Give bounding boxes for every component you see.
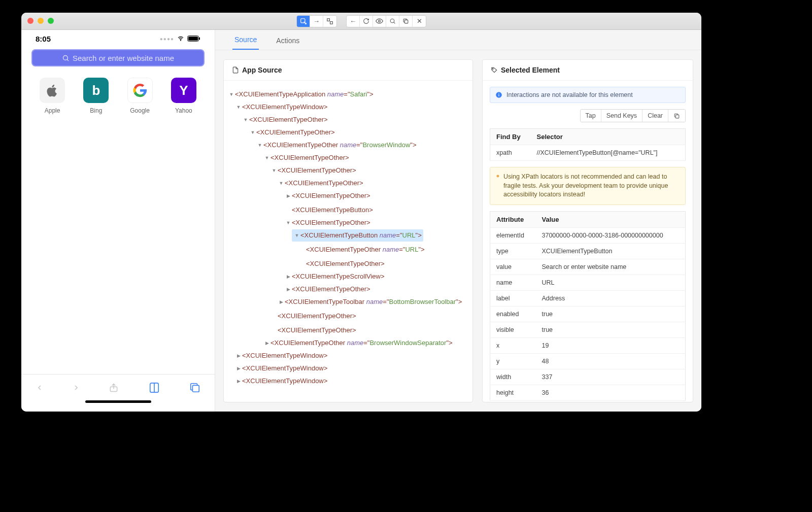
element-action-buttons: Tap Send Keys Clear: [580, 109, 686, 122]
chevron-right-icon[interactable]: ▶: [285, 283, 292, 295]
selected-element-title: Selected Element: [501, 66, 560, 74]
quit-session-icon[interactable]: ✕: [413, 16, 426, 27]
chevron-down-icon[interactable]: ▼: [270, 164, 278, 177]
tree-node[interactable]: ▶<XCUIElementTypeToolbar name="BottomBro…: [278, 296, 462, 308]
tree-node[interactable]: ▶<XCUIElementTypeScrollView>: [285, 270, 385, 283]
svg-point-10: [63, 55, 67, 60]
tree-node[interactable]: ▶<XCUIElementTypeOther name="BrowserWind…: [263, 337, 453, 349]
chevron-right-icon[interactable]: ▶: [235, 362, 242, 374]
search-icon[interactable]: [386, 16, 399, 27]
tree-node[interactable]: ▼<XCUIElementTypeOther>: [270, 164, 356, 177]
zoom-window-icon[interactable]: [48, 18, 54, 24]
eye-icon[interactable]: [373, 16, 386, 27]
selected-element-panel: Selected Element Interactions are not av…: [482, 59, 693, 402]
chevron-right-icon[interactable]: ▶: [235, 375, 242, 387]
attribute-row: width337: [490, 369, 686, 385]
phone-status-bar: 8:05 ●●●●: [21, 30, 215, 45]
copy-button[interactable]: [668, 110, 685, 122]
findby-row: xpath//XCUIElementTypeButton[@name="URL"…: [490, 145, 686, 161]
tree-node[interactable]: ▼<XCUIElementTypeWindow>: [235, 101, 327, 113]
tree-node[interactable]: ▶<XCUIElementTypeOther>: [285, 190, 370, 202]
safari-favorites: Apple b Bing Google: [21, 71, 215, 114]
clear-button[interactable]: Clear: [642, 110, 668, 122]
warning-icon: [496, 173, 499, 180]
tree-node[interactable]: ▼<XCUIElementTypeOther>: [242, 114, 328, 126]
tree-node[interactable]: ▼<XCUIElementTypeOther>: [263, 152, 349, 164]
appium-inspector-window: → ←: [21, 13, 701, 412]
tree-node[interactable]: <XCUIElementTypeOther>: [270, 310, 356, 322]
refresh-button[interactable]: [360, 16, 373, 27]
tree-node[interactable]: <XCUIElementTypeOther>: [270, 324, 356, 336]
tree-node[interactable]: ▼<XCUIElementTypeOther name="BrowserWind…: [256, 139, 417, 151]
chevron-down-icon[interactable]: ▼: [256, 139, 263, 151]
favorite-label: Apple: [45, 107, 60, 114]
svg-rect-8: [188, 37, 198, 41]
svg-rect-17: [675, 115, 679, 118]
chevron-down-icon[interactable]: ▼: [235, 101, 242, 113]
info-icon: [495, 91, 502, 98]
tree-node[interactable]: ▶<XCUIElementTypeWindow>: [235, 362, 327, 374]
chevron-right-icon[interactable]: ▶: [263, 337, 270, 349]
chevron-down-icon[interactable]: ▼: [242, 114, 249, 126]
attribute-row: valueSearch or enter website name: [490, 259, 686, 275]
close-window-icon[interactable]: [27, 18, 33, 24]
nav-back-icon[interactable]: [36, 382, 44, 393]
home-indicator: [21, 400, 215, 412]
tree-node[interactable]: <XCUIElementTypeOther name="URL">: [299, 244, 425, 256]
tabs-icon[interactable]: [189, 382, 200, 393]
attribute-row: typeXCUIElementTypeButton: [490, 243, 686, 259]
swipe-tool[interactable]: →: [310, 16, 323, 27]
tree-node[interactable]: <XCUIElementTypeOther>: [299, 258, 385, 270]
favorite-google[interactable]: Google: [122, 78, 158, 114]
back-button[interactable]: ←: [347, 16, 360, 27]
tree-node[interactable]: ▼<XCUIElementTypeOther>: [285, 217, 370, 229]
tree-node[interactable]: ▼<XCUIElementTypeButton name="URL">: [292, 229, 423, 242]
tree-node[interactable]: ▼<XCUIElementTypeApplication name="Safar…: [228, 88, 374, 100]
chevron-down-icon[interactable]: ▼: [228, 88, 235, 100]
share-icon[interactable]: [109, 382, 119, 394]
attribute-row: height36: [490, 385, 686, 400]
tab-actions[interactable]: Actions: [274, 37, 301, 50]
app-source-title: App Source: [242, 66, 282, 74]
send-keys-button[interactable]: Send Keys: [601, 110, 642, 122]
safari-url-placeholder: Search or enter website name: [73, 54, 174, 62]
tag-icon: [491, 66, 498, 74]
select-element-tool[interactable]: [297, 16, 310, 27]
app-source-panel: App Source ▼<XCUIElementTypeApplication …: [223, 59, 473, 402]
favorite-yahoo[interactable]: Y Yahoo: [166, 78, 201, 114]
favorite-apple[interactable]: Apple: [35, 78, 70, 114]
tap-by-coord-tool[interactable]: [323, 16, 336, 27]
safari-url-bar[interactable]: Search or enter website name: [31, 49, 205, 66]
tree-node[interactable]: ▶<XCUIElementTypeWindow>: [235, 350, 327, 362]
source-tree[interactable]: ▼<XCUIElementTypeApplication name="Safar…: [224, 81, 472, 394]
tree-node[interactable]: ▶<XCUIElementTypeOther>: [285, 283, 370, 295]
chevron-right-icon[interactable]: ▶: [285, 270, 292, 283]
svg-rect-2: [330, 21, 333, 24]
file-icon: [232, 66, 239, 74]
favorite-bing[interactable]: b Bing: [78, 78, 114, 114]
xpath-warning: Using XPath locators is not recommended …: [490, 167, 686, 205]
chevron-down-icon[interactable]: ▼: [249, 126, 256, 139]
chevron-down-icon[interactable]: ▼: [285, 217, 292, 229]
tree-node[interactable]: ▶<XCUIElementTypeWindow>: [235, 375, 327, 387]
search-glyph-icon: [62, 54, 70, 62]
chevron-right-icon[interactable]: ▶: [278, 296, 285, 308]
tree-node[interactable]: <XCUIElementTypeButton>: [285, 204, 373, 216]
tab-source[interactable]: Source: [232, 36, 259, 50]
chevron-right-icon[interactable]: ▶: [235, 350, 242, 362]
chevron-right-icon[interactable]: ▶: [285, 190, 292, 202]
chevron-down-icon[interactable]: ▼: [263, 152, 270, 164]
chevron-down-icon[interactable]: ▼: [278, 177, 285, 189]
attribute-row: labelAddress: [490, 290, 686, 306]
nav-forward-icon[interactable]: [72, 382, 80, 393]
copy-xml-icon[interactable]: [399, 16, 413, 27]
cellular-icon: ●●●●: [160, 36, 174, 42]
inspector-tabs: Source Actions: [215, 30, 701, 50]
tree-node[interactable]: ▼<XCUIElementTypeOther>: [249, 126, 335, 139]
bookmarks-icon[interactable]: [148, 382, 161, 393]
chevron-down-icon[interactable]: ▼: [293, 229, 300, 242]
tree-node[interactable]: ▼<XCUIElementTypeOther>: [278, 177, 363, 189]
tap-button[interactable]: Tap: [581, 110, 601, 122]
minimize-window-icon[interactable]: [38, 18, 44, 24]
attribute-row: y48: [490, 353, 686, 369]
